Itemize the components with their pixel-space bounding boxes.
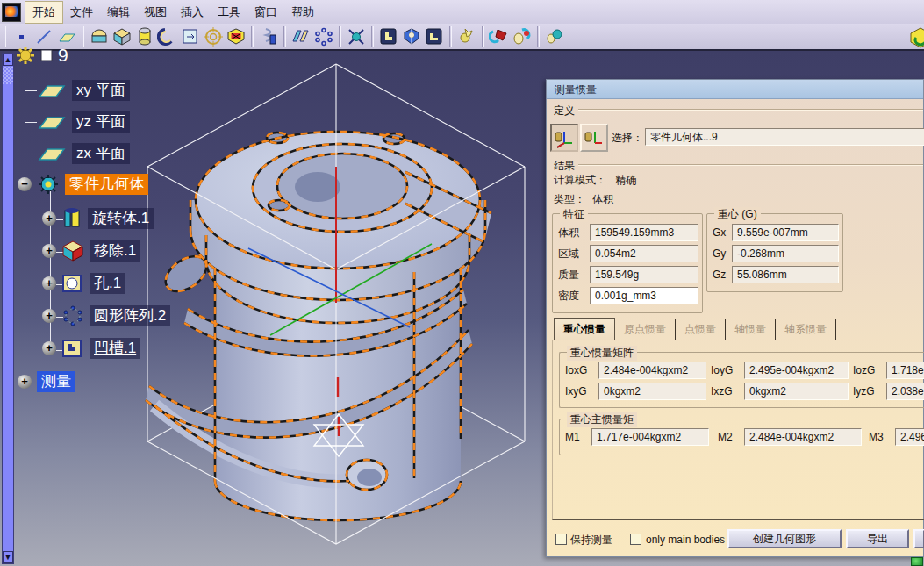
- toolbar-separator: [82, 26, 84, 47]
- plane-icon: [37, 144, 67, 163]
- export-button[interactable]: 导出: [846, 529, 909, 548]
- characteristics-title: 特征: [560, 207, 588, 222]
- tree-item-label[interactable]: 凹槽.1: [90, 338, 140, 359]
- tree-item-circular-pattern[interactable]: + 圆形阵列.2: [42, 304, 170, 327]
- measure-item-icon[interactable]: [511, 25, 534, 48]
- menu-start[interactable]: 开始: [25, 1, 63, 24]
- partial-button[interactable]: [913, 529, 924, 548]
- pad-icon[interactable]: [88, 25, 111, 48]
- m3-field: 2.496e-: [895, 428, 924, 446]
- ixyg-field: 0kgxm2: [598, 383, 706, 400]
- custom-axis-system-icon[interactable]: [580, 124, 608, 152]
- remove-lump-icon[interactable]: [225, 25, 247, 48]
- mirror-extrude-icon[interactable]: [179, 25, 202, 48]
- tree-item-label[interactable]: zx 平面: [72, 143, 130, 164]
- expand-icon[interactable]: +: [42, 276, 56, 290]
- selection-field[interactable]: 零件几何体...9: [645, 128, 924, 146]
- create-geometry-button[interactable]: 创建几何图形: [727, 529, 842, 548]
- gx-field: 9.559e-007mm: [732, 224, 839, 241]
- expand-icon[interactable]: +: [42, 244, 56, 258]
- ioyg-label: IoyG: [711, 362, 733, 379]
- tree-item-label[interactable]: xy 平面: [72, 80, 130, 101]
- volume-label: 体积: [558, 224, 579, 241]
- tab-axis-system-inertia[interactable]: 轴系惯量: [776, 319, 836, 340]
- menu-file[interactable]: 文件: [63, 2, 100, 23]
- tree-item-label[interactable]: 测量: [37, 371, 75, 392]
- only-main-bodies-label[interactable]: only main bodies: [646, 531, 725, 548]
- definition-section-label: 定义: [554, 104, 575, 118]
- calc-mode-label: 计算模式：: [554, 171, 606, 189]
- tree-item-label[interactable]: 移除.1: [90, 240, 140, 262]
- exit-workbench-icon[interactable]: [909, 26, 924, 49]
- keep-measure-checkbox[interactable]: [555, 534, 567, 545]
- inertia-axis-system-icon[interactable]: [550, 124, 578, 152]
- scroll-up-icon[interactable]: ▲: [3, 54, 13, 66]
- tree-root[interactable]: 9: [16, 45, 68, 66]
- m2-label: M2: [718, 428, 733, 446]
- sketch-tracer-icon[interactable]: [423, 25, 446, 48]
- helix-icon[interactable]: [257, 25, 280, 48]
- scrollbar-track[interactable]: [3, 67, 13, 84]
- tree-item-zx-plane[interactable]: zx 平面: [37, 143, 130, 164]
- menu-window[interactable]: 窗口: [247, 2, 284, 23]
- tree-item-yz-plane[interactable]: yz 平面: [37, 111, 130, 133]
- gy-field: -0.268mm: [732, 245, 839, 262]
- scaling-icon[interactable]: [345, 25, 368, 48]
- tab-axis-inertia[interactable]: 轴惯量: [726, 319, 776, 340]
- menu-view[interactable]: 视图: [137, 2, 174, 23]
- only-main-bodies-checkbox[interactable]: [630, 534, 641, 545]
- tree-item-remove[interactable]: + 移除.1: [42, 240, 140, 262]
- density-field[interactable]: 0.001g_mm3: [590, 287, 698, 304]
- mirror-icon[interactable]: [290, 25, 312, 48]
- dialog-title[interactable]: 测量惯量: [547, 80, 923, 99]
- menu-tools[interactable]: 工具: [211, 2, 247, 23]
- tree-item-measure[interactable]: + 测量: [18, 371, 75, 392]
- shaft-feature-icon: [61, 207, 82, 230]
- measure-inertia-icon[interactable]: [543, 25, 566, 48]
- menu-edit[interactable]: 编辑: [100, 2, 137, 23]
- keep-measure-label[interactable]: 保持测量: [570, 531, 612, 548]
- groove-icon[interactable]: [156, 25, 179, 48]
- tree-item-xy-plane[interactable]: xy 平面: [37, 80, 130, 101]
- hole-icon[interactable]: [202, 25, 225, 48]
- measure-between-icon[interactable]: [488, 25, 511, 48]
- tree-item-pocket[interactable]: + 凹槽.1: [42, 337, 140, 360]
- tree-item-label[interactable]: 孔.1: [90, 273, 125, 294]
- tree-item-label[interactable]: 圆形阵列.2: [90, 305, 170, 326]
- body-gear-icon: [37, 173, 60, 196]
- tree-item-hole[interactable]: + 孔.1: [42, 272, 125, 295]
- tree-item-label[interactable]: 旋转体.1: [88, 208, 154, 229]
- tab-cog-inertia[interactable]: 重心惯量: [554, 318, 615, 340]
- expand-icon[interactable]: +: [42, 309, 56, 323]
- measure-gear-icon[interactable]: [455, 25, 478, 48]
- expand-icon[interactable]: +: [42, 211, 56, 226]
- tab-origin-inertia[interactable]: 原点惯量: [615, 319, 676, 340]
- tree-item-shaft[interactable]: + 旋转体.1: [42, 207, 154, 230]
- tree-root-label[interactable]: 9: [58, 45, 68, 66]
- m3-label: M3: [869, 428, 884, 446]
- inertia-matrix-group: 重心惯量矩阵 IoxG 2.484e-004kgxm2 IoyG 2.495e-…: [559, 352, 924, 408]
- tree-item-label[interactable]: yz 平面: [72, 111, 130, 133]
- iyzg-field: 2.038e: [886, 383, 924, 400]
- menu-help[interactable]: 帮助: [284, 2, 321, 23]
- expand-icon[interactable]: +: [18, 375, 32, 389]
- pocket-icon[interactable]: [111, 25, 133, 48]
- menu-insert[interactable]: 插入: [174, 2, 211, 23]
- circular-pattern-icon[interactable]: [312, 25, 335, 48]
- toolbar-separator: [283, 26, 286, 47]
- toolbar: [0, 24, 924, 51]
- sketch-icon[interactable]: [377, 25, 400, 48]
- tree-item-label[interactable]: 零件几何体: [65, 174, 148, 195]
- tree-item-part-body[interactable]: − 零件几何体: [18, 173, 148, 196]
- ok-indicator-icon: [911, 557, 923, 566]
- app-logo-icon: [2, 3, 21, 22]
- tab-point-inertia[interactable]: 点惯量: [676, 319, 726, 340]
- toolbar-separator: [4, 26, 6, 47]
- scroll-down-icon[interactable]: ▼: [3, 551, 13, 563]
- collapse-icon[interactable]: −: [18, 177, 32, 191]
- expand-icon[interactable]: +: [42, 341, 56, 355]
- workbench-icon[interactable]: [400, 25, 423, 48]
- tree-scrollbar[interactable]: ▲ ▼: [2, 53, 14, 564]
- shaft-icon[interactable]: [133, 25, 156, 48]
- density-label: 密度: [558, 287, 579, 304]
